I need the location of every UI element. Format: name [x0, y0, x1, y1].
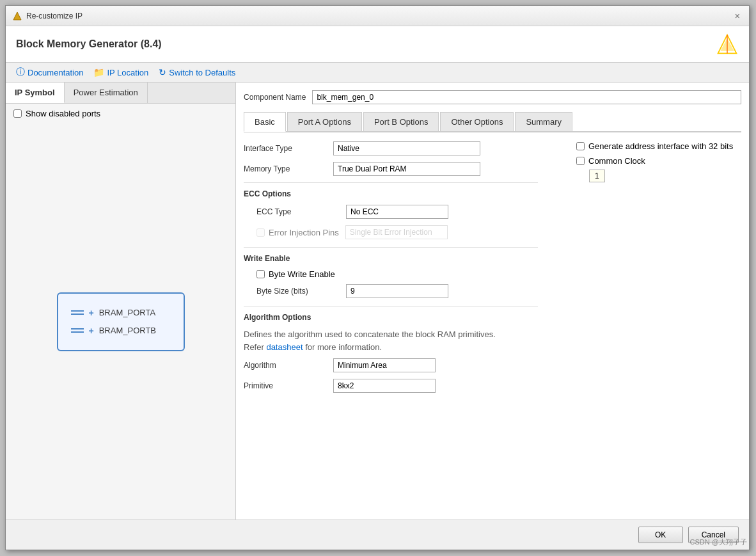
algo-desc-line2: Refer datasheet for more information. — [244, 342, 382, 352]
byte-write-enable-row: Byte Write Enable — [256, 269, 538, 279]
right-panel: Component Name Basic Port A Options Port… — [236, 83, 749, 520]
gen-address-checkbox[interactable] — [576, 142, 585, 150]
left-tabs: IP Symbol Power Estimation — [6, 83, 235, 104]
documentation-link[interactable]: ⓘ Documentation — [16, 67, 83, 78]
byte-write-enable-checkbox[interactable] — [256, 270, 265, 278]
primitive-select[interactable]: 8kx2 4kx4 2kx8 — [333, 379, 436, 393]
ecc-type-select[interactable]: No ECC Hamming Code ECC — [346, 205, 448, 219]
common-clock-row: Common Clock — [576, 156, 741, 166]
separator-2 — [244, 247, 538, 248]
bram-symbol: + BRAM_PORTA + BRAM_PORTB — [57, 292, 185, 351]
right-col: Generate address interface with 32 bits … — [557, 141, 741, 401]
component-name-label: Component Name — [244, 93, 306, 102]
svg-marker-0 — [13, 12, 21, 20]
left-col: Interface Type Native AXI4 Memory Type T… — [244, 141, 538, 401]
memory-type-row: Memory Type True Dual Port RAM Simple Du… — [244, 162, 538, 176]
tab-basic[interactable]: Basic — [244, 112, 286, 132]
port-b-lines — [71, 328, 84, 333]
switch-defaults-label: Switch to Defaults — [169, 68, 235, 77]
write-enable-section: Write Enable Byte Write Enable Byte Size… — [244, 254, 538, 298]
tab-other-options[interactable]: Other Options — [440, 112, 514, 131]
refresh-icon: ↻ — [159, 67, 166, 77]
port-line-1 — [71, 310, 84, 312]
toolbar: ⓘ Documentation 📁 IP Location ↻ Switch t… — [6, 63, 749, 83]
switch-defaults-link[interactable]: ↻ Switch to Defaults — [159, 67, 235, 77]
symbol-area: + BRAM_PORTA + BRAM_PORTB — [6, 123, 235, 520]
left-panel: IP Symbol Power Estimation Show disabled… — [6, 83, 236, 520]
port-a-row: + BRAM_PORTA — [71, 304, 171, 322]
error-injection-row: Error Injection Pins Single Bit Error In… — [256, 225, 538, 239]
window-title: Re-customize IP — [26, 12, 83, 20]
port-a-label: BRAM_PORTA — [99, 308, 155, 317]
algo-desc-line1: Defines the algorithm used to concatenat… — [244, 330, 496, 339]
interface-type-row: Interface Type Native AXI4 — [244, 141, 538, 155]
dialog-window: Re-customize IP × Block Memory Generator… — [5, 5, 750, 550]
component-name-input[interactable] — [312, 90, 741, 104]
dialog-title: Block Memory Generator (8.4) — [16, 38, 162, 50]
gen-address-label: Generate address interface with 32 bits — [588, 141, 733, 151]
write-enable-title: Write Enable — [244, 254, 538, 263]
algo-section-title: Algorithm Options — [244, 313, 538, 322]
datasheet-link[interactable]: datasheet — [266, 342, 303, 352]
memory-type-select[interactable]: True Dual Port RAM Simple Dual Port RAM … — [333, 162, 480, 176]
tab-port-b-options[interactable]: Port B Options — [363, 112, 439, 131]
memory-type-label: Memory Type — [244, 164, 333, 173]
folder-icon: 📁 — [93, 67, 104, 77]
tabs-row: Basic Port A Options Port B Options Othe… — [244, 112, 741, 132]
interface-type-select[interactable]: Native AXI4 — [333, 141, 480, 155]
common-clock-label: Common Clock — [588, 156, 645, 166]
port-line-3 — [71, 328, 84, 330]
algo-desc: Defines the algorithm used to concatenat… — [244, 328, 538, 353]
tab-ip-symbol[interactable]: IP Symbol — [6, 83, 65, 103]
port-b-row: + BRAM_PORTB — [71, 322, 171, 340]
gen-address-row: Generate address interface with 32 bits — [576, 141, 741, 151]
byte-size-row: Byte Size (bits) 9 8 — [256, 284, 538, 298]
byte-size-select[interactable]: 9 8 — [346, 284, 448, 298]
error-injection-checkbox — [256, 228, 265, 237]
port-b-label: BRAM_PORTB — [99, 326, 156, 335]
algo-row: Algorithm Minimum Area Low Power Fixed P… — [244, 358, 538, 372]
ecc-type-row: ECC Type No ECC Hamming Code ECC — [256, 205, 538, 219]
info-icon: ⓘ — [16, 67, 25, 78]
ip-location-label: IP Location — [107, 68, 148, 77]
right-options: Generate address interface with 32 bits … — [576, 141, 741, 180]
ecc-section: ECC Options ECC Type No ECC Hamming Code… — [244, 189, 538, 239]
port-a-lines — [71, 310, 84, 315]
port-b-plus: + — [89, 326, 94, 336]
ecc-type-label: ECC Type — [256, 207, 346, 216]
port-line-2 — [71, 314, 84, 315]
ok-button[interactable]: OK — [638, 527, 683, 543]
footer: OK Cancel — [6, 520, 749, 550]
ip-location-link[interactable]: 📁 IP Location — [93, 67, 148, 77]
ecc-section-title: ECC Options — [244, 189, 538, 198]
algo-select[interactable]: Minimum Area Low Power Fixed Primitive — [333, 358, 436, 372]
title-bar-left: Re-customize IP — [12, 11, 83, 21]
basic-tab-content: Interface Type Native AXI4 Memory Type T… — [244, 141, 741, 401]
primitive-row: Primitive 8kx2 4kx4 2kx8 — [244, 379, 538, 393]
documentation-label: Documentation — [28, 68, 83, 77]
close-button[interactable]: × — [732, 12, 743, 20]
tab-port-a-options[interactable]: Port A Options — [287, 112, 362, 131]
tab-power-estimation[interactable]: Power Estimation — [65, 83, 148, 103]
watermark: CSDN @大翔子子 — [690, 537, 747, 547]
dialog-header: Block Memory Generator (8.4) — [6, 26, 749, 63]
port-line-4 — [71, 331, 84, 333]
show-disabled-row: Show disabled ports — [6, 104, 235, 123]
algo-label: Algorithm — [244, 361, 333, 370]
interface-type-label: Interface Type — [244, 144, 333, 153]
show-disabled-checkbox[interactable] — [13, 109, 22, 118]
byte-write-enable-label: Byte Write Enable — [269, 269, 335, 279]
title-bar: Re-customize IP × — [6, 6, 749, 26]
separator-3 — [244, 306, 538, 306]
algo-section: Algorithm Options Defines the algorithm … — [244, 313, 538, 393]
separator-1 — [244, 182, 538, 183]
show-disabled-label: Show disabled ports — [26, 109, 100, 118]
common-clock-checkbox[interactable] — [576, 157, 585, 165]
vivado-logo — [716, 33, 739, 56]
tab-summary[interactable]: Summary — [515, 112, 572, 131]
main-content: IP Symbol Power Estimation Show disabled… — [6, 83, 749, 520]
write-enable-inner: Byte Write Enable Byte Size (bits) 9 8 — [244, 269, 538, 298]
byte-size-label: Byte Size (bits) — [256, 287, 346, 296]
error-injection-select[interactable]: Single Bit Error Injection Double Bit Er… — [345, 225, 448, 239]
error-injection-label: Error Injection Pins — [269, 228, 339, 237]
